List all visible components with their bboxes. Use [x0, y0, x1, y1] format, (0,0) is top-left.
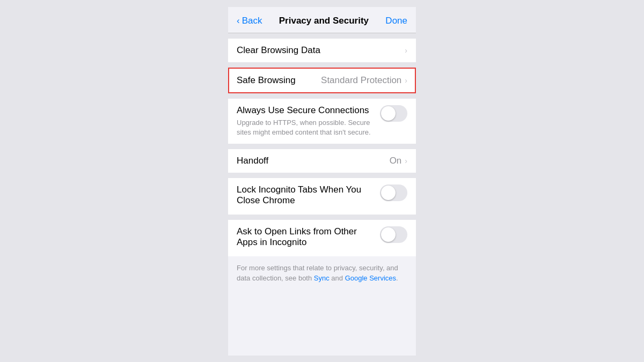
ask-open-links-toggle-knob — [381, 227, 396, 242]
google-services-link[interactable]: Google Services — [345, 274, 396, 282]
done-button[interactable]: Done — [385, 16, 407, 26]
chevron-left-icon: ‹ — [237, 16, 240, 26]
lock-incognito-section: Lock Incognito Tabs When You Close Chrom… — [228, 178, 416, 215]
safe-browsing-label: Safe Browsing — [237, 75, 296, 86]
handoff-row[interactable]: Handoff On › — [228, 149, 416, 173]
toggle-knob — [381, 106, 396, 121]
secure-connections-toggle[interactable] — [380, 105, 407, 122]
secure-connections-desc: Upgrade to HTTPS, when possible. Secure … — [237, 118, 375, 137]
ask-open-links-label: Ask to Open Links from Other Apps in Inc… — [237, 226, 375, 248]
lock-incognito-toggle-knob — [381, 186, 396, 200]
section-gap-4 — [228, 144, 416, 149]
footer-text-middle: and — [330, 274, 345, 282]
safe-browsing-row[interactable]: Safe Browsing Standard Protection › — [228, 68, 416, 93]
page-title: Privacy and Security — [279, 16, 369, 26]
handoff-label: Handoff — [237, 156, 268, 166]
section-gap-6 — [228, 215, 416, 220]
clear-browsing-right: › — [405, 46, 407, 55]
nav-bar: ‹ Back Privacy and Security Done — [228, 7, 416, 33]
safe-browsing-chevron-icon: › — [405, 76, 407, 85]
section-gap-5 — [228, 173, 416, 178]
handoff-value: On — [390, 156, 402, 166]
lock-incognito-row: Lock Incognito Tabs When You Close Chrom… — [228, 178, 416, 215]
footer-text-after: . — [396, 274, 398, 282]
sync-link[interactable]: Sync — [314, 274, 330, 282]
clear-browsing-section: Clear Browsing Data › — [228, 39, 416, 62]
ask-open-links-text: Ask to Open Links from Other Apps in Inc… — [237, 226, 375, 250]
handoff-section: Handoff On › — [228, 149, 416, 173]
settings-panel: ‹ Back Privacy and Security Done Clear B… — [228, 7, 416, 356]
clear-browsing-label: Clear Browsing Data — [237, 45, 320, 56]
safe-browsing-right: Standard Protection › — [321, 75, 407, 86]
back-button[interactable]: ‹ Back — [237, 16, 262, 26]
handoff-right: On › — [390, 156, 407, 166]
handoff-chevron-icon: › — [405, 157, 407, 165]
secure-connections-text: Always Use Secure Connections Upgrade to… — [237, 105, 375, 137]
lock-incognito-toggle[interactable] — [380, 184, 407, 201]
back-label: Back — [242, 16, 262, 26]
ask-open-links-section: Ask to Open Links from Other Apps in Inc… — [228, 220, 416, 256]
section-gap-2 — [228, 62, 416, 68]
footer-text: For more settings that relate to privacy… — [228, 256, 416, 290]
section-gap-1 — [228, 33, 416, 39]
chevron-right-icon: › — [405, 46, 407, 55]
lock-incognito-text: Lock Incognito Tabs When You Close Chrom… — [237, 184, 375, 208]
section-gap-3 — [228, 93, 416, 99]
secure-connections-title: Always Use Secure Connections — [237, 105, 375, 116]
ask-open-links-row: Ask to Open Links from Other Apps in Inc… — [228, 220, 416, 256]
secure-connections-section: Always Use Secure Connections Upgrade to… — [228, 99, 416, 144]
secure-connections-row: Always Use Secure Connections Upgrade to… — [228, 99, 416, 144]
clear-browsing-row[interactable]: Clear Browsing Data › — [228, 39, 416, 62]
lock-incognito-label: Lock Incognito Tabs When You Close Chrom… — [237, 184, 375, 206]
safe-browsing-value: Standard Protection — [321, 75, 401, 86]
ask-open-links-toggle[interactable] — [380, 226, 407, 243]
